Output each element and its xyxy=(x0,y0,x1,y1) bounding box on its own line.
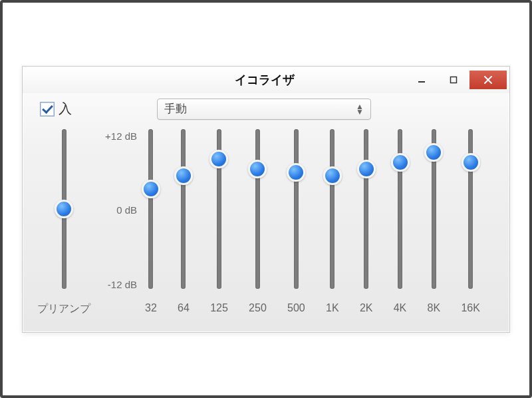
controls-row: 入 手動 ▲▼ xyxy=(23,93,509,124)
minimize-button[interactable] xyxy=(406,71,438,89)
band-250: 250 xyxy=(249,129,267,316)
band-label: 4K xyxy=(394,302,407,314)
enable-label: 入 xyxy=(59,100,72,118)
band-64: 64 xyxy=(178,129,190,316)
band-label: 64 xyxy=(178,302,190,314)
enable-checkbox[interactable] xyxy=(40,102,55,116)
band-label: 125 xyxy=(210,302,228,314)
preamp-thumb[interactable] xyxy=(55,200,73,218)
equalizer-area: プリアンプ +12 dB 0 dB -12 dB 32 xyxy=(23,124,509,332)
titlebar: イコライザ xyxy=(23,67,509,93)
band-thumb[interactable] xyxy=(248,160,267,178)
minimize-icon xyxy=(418,76,426,84)
band-4k: 4K xyxy=(394,129,407,316)
preamp-label: プリアンプ xyxy=(37,302,90,316)
band-label: 500 xyxy=(287,302,305,314)
band-8k: 8K xyxy=(428,129,441,316)
preset-selected-label: 手動 xyxy=(164,101,187,116)
band-slider[interactable] xyxy=(217,129,221,289)
band-500: 500 xyxy=(287,129,305,316)
scale-column: +12 dB 0 dB -12 dB xyxy=(97,129,137,292)
band-slider[interactable] xyxy=(398,129,402,289)
band-125: 125 xyxy=(210,129,228,316)
band-thumb[interactable] xyxy=(462,153,480,172)
band-thumb[interactable] xyxy=(323,166,342,185)
preamp-column: プリアンプ xyxy=(37,129,90,316)
enable-checkbox-wrap[interactable]: 入 xyxy=(40,100,72,118)
band-thumb[interactable] xyxy=(142,180,160,198)
band-thumb[interactable] xyxy=(391,153,410,172)
equalizer-window: イコライザ 入 手動 ▲▼ xyxy=(22,66,510,333)
band-1k: 1K xyxy=(326,129,339,316)
band-slider[interactable] xyxy=(148,129,153,289)
maximize-icon xyxy=(450,76,458,84)
band-label: 250 xyxy=(249,302,267,314)
scale-mid: 0 dB xyxy=(97,204,137,216)
window-title: イコライザ xyxy=(129,72,400,88)
scale-min: -12 dB xyxy=(97,279,137,290)
bands-column: 32 64 125 2 xyxy=(145,129,495,316)
band-slider[interactable] xyxy=(468,129,473,289)
band-label: 1K xyxy=(326,302,339,314)
close-button[interactable] xyxy=(469,71,507,89)
band-thumb[interactable] xyxy=(357,160,376,178)
band-label: 32 xyxy=(145,302,157,314)
band-slider[interactable] xyxy=(255,129,260,289)
band-slider[interactable] xyxy=(432,129,436,289)
svg-rect-0 xyxy=(418,81,425,83)
preamp-slider[interactable] xyxy=(62,129,66,289)
band-slider[interactable] xyxy=(330,129,334,289)
band-slider[interactable] xyxy=(364,129,368,289)
band-16k: 16K xyxy=(461,129,479,316)
band-2k: 2K xyxy=(360,129,373,316)
scale-max: +12 dB xyxy=(97,130,137,142)
band-thumb[interactable] xyxy=(209,150,228,168)
band-thumb[interactable] xyxy=(424,143,443,162)
band-thumb[interactable] xyxy=(287,163,305,182)
window-controls xyxy=(400,71,507,89)
select-spinner-icon: ▲▼ xyxy=(356,104,364,114)
band-thumb[interactable] xyxy=(174,166,193,185)
band-32: 32 xyxy=(145,129,157,316)
band-slider[interactable] xyxy=(294,129,299,289)
band-label: 2K xyxy=(360,302,373,314)
svg-rect-1 xyxy=(451,77,457,83)
maximize-button[interactable] xyxy=(438,71,469,89)
close-icon xyxy=(483,75,493,85)
band-slider[interactable] xyxy=(181,129,186,289)
band-label: 8K xyxy=(428,302,441,314)
band-label: 16K xyxy=(461,302,479,314)
preset-select[interactable]: 手動 ▲▼ xyxy=(157,99,371,120)
